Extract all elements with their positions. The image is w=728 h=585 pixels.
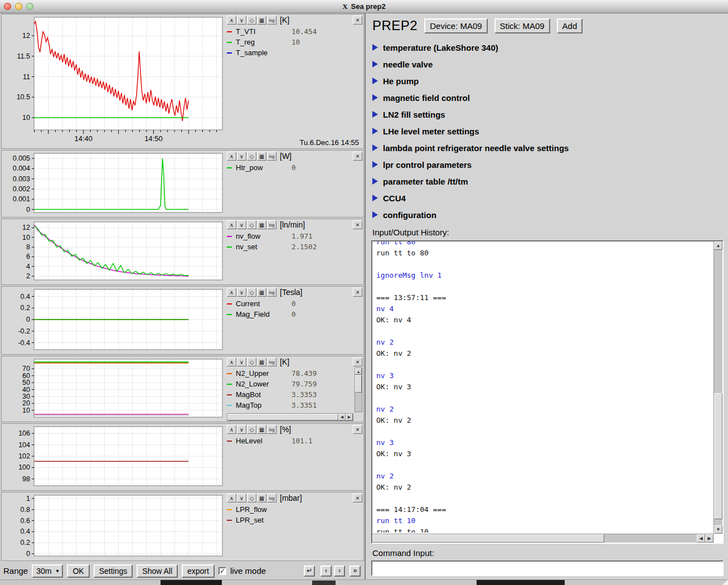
- scroll-up-icon[interactable]: ∧: [227, 152, 236, 161]
- scrollbar-thumb[interactable]: [355, 375, 362, 393]
- add-button[interactable]: Add: [557, 18, 583, 33]
- go-to-end-icon[interactable]: »: [350, 565, 361, 577]
- subwindow-icon[interactable]: ▦: [257, 152, 266, 161]
- scroll-down-icon[interactable]: ∨: [237, 220, 246, 229]
- legend-item[interactable]: N2_Lower79.759: [227, 379, 351, 389]
- scroll-up-icon[interactable]: ∧: [227, 357, 236, 366]
- io-history-box[interactable]: run tt 80run tt to 80 ignoreMsg lnv 1 ==…: [371, 240, 724, 544]
- legend-item[interactable]: nv_flow1.971: [227, 231, 351, 241]
- scroll-right-icon[interactable]: ▶: [346, 414, 353, 420]
- temperature-chart-plot[interactable]: 1211.51110.51014:4014:50: [2, 14, 225, 148]
- chart-canvas[interactable]: 0.40.20-0.2-0.4: [2, 287, 225, 354]
- legend-item[interactable]: HeLevel101.1: [227, 436, 351, 446]
- tree-item[interactable]: He pump: [372, 72, 724, 89]
- scroll-down-icon[interactable]: ∨: [237, 16, 246, 25]
- tree-item[interactable]: magnetic field control: [372, 89, 724, 106]
- close-chart-icon[interactable]: ×: [353, 288, 362, 297]
- scroll-up-icon[interactable]: ∧: [227, 425, 236, 434]
- chart-canvas[interactable]: 10610410210098: [2, 424, 225, 490]
- export-button[interactable]: export: [182, 564, 215, 578]
- chart-canvas[interactable]: 1211.51110.51014:4014:50: [2, 14, 225, 148]
- magnetic-field-chart-plot[interactable]: 0.40.20-0.2-0.4: [2, 287, 225, 354]
- tree-item[interactable]: temperature (LakeShore 340): [372, 39, 724, 56]
- scroll-down-icon[interactable]: ∨: [237, 494, 246, 502]
- zoom-icon[interactable]: ◇: [247, 357, 256, 366]
- subwindow-icon[interactable]: ▦: [257, 357, 266, 366]
- resize-grip[interactable]: [722, 579, 728, 585]
- jump-latest-icon[interactable]: ↵: [304, 565, 315, 577]
- log-scale-icon[interactable]: log: [267, 494, 276, 502]
- tree-item[interactable]: needle valve: [372, 56, 724, 72]
- legend-item[interactable]: T_reg10: [227, 37, 351, 47]
- scroll-up-icon[interactable]: ∧: [227, 494, 236, 502]
- zoom-icon[interactable]: ◇: [247, 425, 256, 434]
- scroll-up-icon[interactable]: ∧: [227, 16, 236, 25]
- chart-canvas[interactable]: 0.0050.0040.0030.0020.0010: [2, 151, 225, 217]
- cryo-temperatures-chart-plot[interactable]: 70605040302010: [2, 356, 225, 422]
- tree-item[interactable]: configuration: [372, 206, 724, 223]
- log-scale-icon[interactable]: log: [267, 357, 276, 366]
- scroll-left-icon[interactable]: ◀: [338, 414, 346, 420]
- expand-triangle-icon[interactable]: [372, 195, 378, 201]
- chart-canvas[interactable]: 12108642: [2, 219, 225, 284]
- subwindow-icon[interactable]: ▦: [257, 288, 266, 297]
- legend-item[interactable]: MagBot3.3353: [227, 389, 351, 400]
- scroll-up-icon[interactable]: ▲: [355, 368, 362, 375]
- zoom-icon[interactable]: ◇: [247, 220, 256, 229]
- legend-item[interactable]: T_VTI10.454: [227, 26, 351, 37]
- stick-button[interactable]: Stick: MA09: [494, 18, 550, 33]
- close-chart-icon[interactable]: ×: [353, 16, 362, 25]
- history-vertical-scrollbar[interactable]: ▲ ▼: [714, 241, 722, 534]
- close-chart-icon[interactable]: ×: [353, 425, 362, 434]
- scrollbar-track[interactable]: [604, 534, 697, 543]
- expand-triangle-icon[interactable]: [372, 44, 378, 51]
- scroll-up-icon[interactable]: ∧: [227, 220, 236, 229]
- scroll-up-icon[interactable]: ∧: [227, 288, 236, 297]
- scroll-down-icon[interactable]: ▼: [714, 525, 722, 534]
- expand-triangle-icon[interactable]: [372, 144, 378, 151]
- expand-triangle-icon[interactable]: [372, 94, 378, 101]
- expand-triangle-icon[interactable]: [372, 178, 378, 185]
- tree-item[interactable]: LHe level meter settings: [372, 123, 724, 139]
- scroll-up-icon[interactable]: ▲: [714, 241, 722, 250]
- close-chart-icon[interactable]: ×: [353, 152, 362, 161]
- legend-item[interactable]: N2_Upper78.439: [227, 368, 351, 379]
- legend-item[interactable]: nv_set2.1502: [227, 241, 351, 252]
- close-chart-icon[interactable]: ×: [353, 357, 362, 366]
- legend-item[interactable]: Mag_Field0: [227, 309, 351, 320]
- command-input[interactable]: [371, 560, 724, 576]
- chart-canvas[interactable]: 70605040302010: [2, 356, 225, 422]
- legend-vertical-scrollbar[interactable]: ▲: [355, 368, 362, 412]
- scroll-right-icon[interactable]: ▶: [705, 534, 714, 543]
- legend-item[interactable]: LPR_flow: [227, 504, 351, 515]
- close-chart-icon[interactable]: ×: [353, 494, 362, 502]
- zoom-icon[interactable]: ◇: [247, 16, 256, 25]
- scrollbar-thumb[interactable]: [227, 414, 338, 420]
- scroll-down-icon[interactable]: ∨: [237, 152, 246, 161]
- page-forward-icon[interactable]: ›: [334, 565, 345, 577]
- expand-triangle-icon[interactable]: [372, 128, 378, 134]
- titlebar[interactable]: XSea prep2: [0, 0, 728, 13]
- scroll-down-icon[interactable]: ∨: [237, 288, 246, 297]
- zoom-icon[interactable]: ◇: [247, 288, 256, 297]
- he-level-chart-plot[interactable]: 10610410210098: [2, 424, 225, 490]
- subwindow-icon[interactable]: ▦: [257, 494, 266, 502]
- legend-item[interactable]: Htr_pow0: [227, 162, 351, 173]
- page-back-icon[interactable]: ‹: [321, 565, 332, 577]
- subwindow-icon[interactable]: ▦: [257, 220, 266, 229]
- close-chart-icon[interactable]: ×: [353, 220, 362, 229]
- log-scale-icon[interactable]: log: [267, 220, 276, 229]
- tree-item[interactable]: lpr control parameters: [372, 156, 724, 173]
- subwindow-icon[interactable]: ▦: [257, 16, 266, 25]
- log-scale-icon[interactable]: log: [267, 288, 276, 297]
- expand-triangle-icon[interactable]: [372, 161, 378, 168]
- legend-item[interactable]: MagTop3.3351: [227, 400, 351, 410]
- expand-triangle-icon[interactable]: [372, 78, 378, 84]
- tree-item[interactable]: LN2 fill settings: [372, 106, 724, 123]
- chart-canvas[interactable]: 10.80.60.40.20: [2, 492, 225, 560]
- log-scale-icon[interactable]: log: [267, 425, 276, 434]
- scrollbar-thumb[interactable]: [372, 534, 604, 543]
- zoom-icon[interactable]: ◇: [247, 494, 256, 502]
- device-button[interactable]: Device: MA09: [424, 18, 487, 33]
- heater-power-chart-plot[interactable]: 0.0050.0040.0030.0020.0010: [2, 151, 225, 217]
